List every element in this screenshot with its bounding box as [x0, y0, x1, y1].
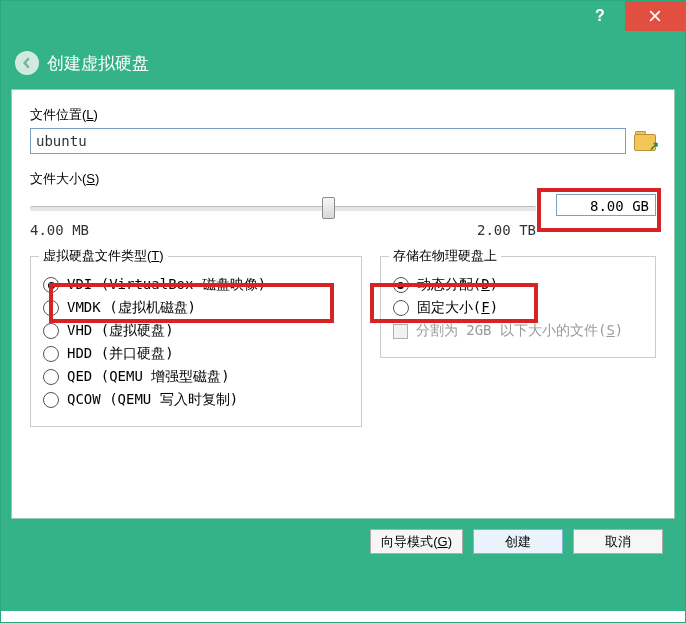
file-type-legend: 虚拟硬盘文件类型(T)	[39, 247, 168, 265]
main-panel: 文件位置(L) ↗ 文件大小(S) 8.00 GB 4.00 MB 2.00 T…	[11, 89, 675, 519]
storage-option-label: 固定大小(F)	[417, 299, 498, 317]
file-location-input[interactable]	[30, 128, 626, 154]
split-2gb-check: 分割为 2GB 以下大小的文件(S)	[393, 322, 643, 340]
help-button[interactable]: ?	[575, 1, 625, 31]
storage-legend: 存储在物理硬盘上	[389, 247, 501, 265]
file-type-option-1[interactable]: VMDK (虚拟机磁盘)	[43, 299, 349, 317]
help-icon: ?	[595, 7, 605, 25]
size-value-box[interactable]: 8.00 GB	[556, 194, 656, 216]
radio-icon	[43, 300, 59, 316]
close-icon	[649, 10, 661, 22]
storage-option-1[interactable]: 固定大小(F)	[393, 299, 643, 317]
radio-icon	[43, 277, 59, 293]
back-button[interactable]	[15, 51, 39, 75]
browse-button[interactable]: ↗	[634, 131, 656, 151]
file-type-option-4[interactable]: QED (QEMU 增强型磁盘)	[43, 368, 349, 386]
file-type-group: 虚拟硬盘文件类型(T) VDI (VirtualBox 磁盘映像)VMDK (虚…	[30, 256, 362, 427]
radio-icon	[43, 392, 59, 408]
file-type-option-label: QED (QEMU 增强型磁盘)	[67, 368, 230, 386]
file-location-row: ↗	[30, 128, 656, 154]
arrow-left-icon	[21, 57, 33, 69]
size-min-label: 4.00 MB	[30, 222, 89, 238]
radio-icon	[43, 346, 59, 362]
dialog-window: ? 创建虚拟硬盘 文件位置(L) ↗ 文件大小(S)	[0, 0, 686, 623]
folder-icon: ↗	[649, 139, 659, 153]
file-type-option-label: HDD (并口硬盘)	[67, 345, 174, 363]
storage-group: 存储在物理硬盘上 动态分配(D)固定大小(F) 分割为 2GB 以下大小的文件(…	[380, 256, 656, 358]
file-type-option-label: VDI (VirtualBox 磁盘映像)	[67, 276, 266, 294]
file-location-label: 文件位置(L)	[30, 106, 656, 124]
guided-mode-button[interactable]: 向导模式(G)	[370, 529, 463, 554]
file-type-option-5[interactable]: QCOW (QEMU 写入时复制)	[43, 391, 349, 409]
dialog-title: 创建虚拟硬盘	[47, 52, 149, 75]
titlebar: ?	[1, 1, 685, 31]
storage-option-0[interactable]: 动态分配(D)	[393, 276, 643, 294]
storage-option-label: 动态分配(D)	[417, 276, 498, 294]
file-type-option-0[interactable]: VDI (VirtualBox 磁盘映像)	[43, 276, 349, 294]
button-bar: 向导模式(G) 创建 取消	[11, 519, 675, 554]
file-type-option-label: VMDK (虚拟机磁盘)	[67, 299, 196, 317]
slider-thumb[interactable]	[322, 197, 335, 219]
cancel-button[interactable]: 取消	[573, 529, 663, 554]
dialog-header: 创建虚拟硬盘	[11, 41, 675, 89]
radio-icon	[393, 277, 409, 293]
checkbox-icon	[393, 324, 408, 339]
file-type-option-3[interactable]: HDD (并口硬盘)	[43, 345, 349, 363]
radio-icon	[393, 300, 409, 316]
close-button[interactable]	[625, 1, 685, 31]
radio-icon	[43, 369, 59, 385]
split-2gb-label: 分割为 2GB 以下大小的文件(S)	[416, 322, 623, 340]
file-size-label: 文件大小(S)	[30, 170, 656, 188]
radio-icon	[43, 323, 59, 339]
slider-track	[30, 206, 536, 212]
file-type-option-label: QCOW (QEMU 写入时复制)	[67, 391, 238, 409]
file-size-section: 8.00 GB 4.00 MB 2.00 TB	[30, 194, 656, 238]
size-slider[interactable]: 8.00 GB	[30, 194, 656, 220]
create-button[interactable]: 创建	[473, 529, 563, 554]
size-range-labels: 4.00 MB 2.00 TB	[30, 222, 536, 238]
size-max-label: 2.00 TB	[477, 222, 536, 238]
file-type-option-label: VHD (虚拟硬盘)	[67, 322, 174, 340]
dialog-body: 创建虚拟硬盘 文件位置(L) ↗ 文件大小(S) 8.00 GB 4.00	[1, 31, 685, 611]
file-type-option-2[interactable]: VHD (虚拟硬盘)	[43, 322, 349, 340]
